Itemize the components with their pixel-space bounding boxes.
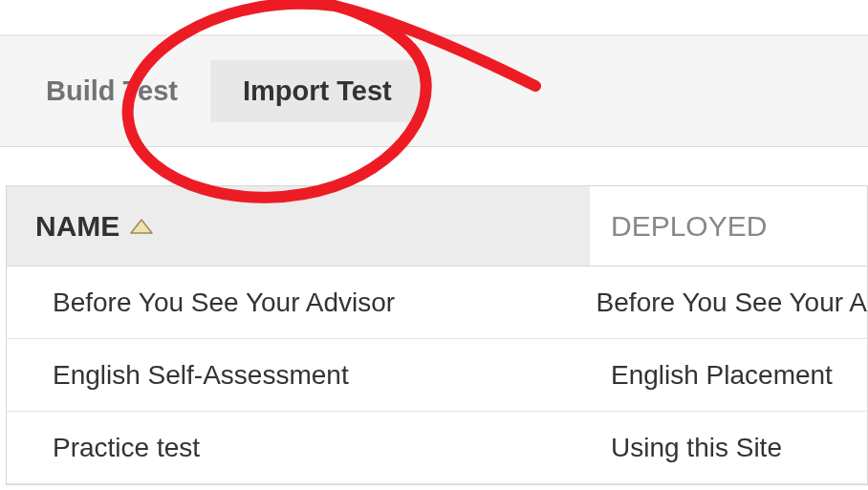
- test-table: NAME DEPLOYED Before You See Your Adviso…: [6, 185, 868, 485]
- cell-name: Practice test: [7, 433, 590, 463]
- cell-deployed: Using this Site: [590, 433, 782, 463]
- table-row[interactable]: Practice test Using this Site: [7, 412, 867, 484]
- column-header-name-label: NAME: [35, 210, 119, 243]
- cell-name: English Self-Assessment: [7, 360, 590, 391]
- content-wrap: NAME DEPLOYED Before You See Your Adviso…: [0, 147, 868, 485]
- top-spacer: [0, 0, 868, 34]
- tab-bar: Build Test Import Test: [0, 36, 868, 147]
- svg-marker-0: [131, 220, 152, 233]
- cell-deployed: Before You See Your A: [575, 288, 867, 318]
- table-header-row: NAME DEPLOYED: [7, 186, 867, 266]
- table-row[interactable]: English Self-Assessment English Placemen…: [7, 339, 867, 412]
- sort-asc-icon: [129, 217, 154, 236]
- cell-name: Before You See Your Advisor: [7, 288, 575, 318]
- cell-deployed: English Placement: [590, 360, 833, 391]
- table-row[interactable]: Before You See Your Advisor Before You S…: [7, 266, 867, 339]
- tab-import-test[interactable]: Import Test: [210, 60, 424, 122]
- tab-build-test[interactable]: Build Test: [13, 60, 210, 122]
- column-header-name[interactable]: NAME: [7, 186, 590, 266]
- column-header-deployed[interactable]: DEPLOYED: [590, 210, 767, 243]
